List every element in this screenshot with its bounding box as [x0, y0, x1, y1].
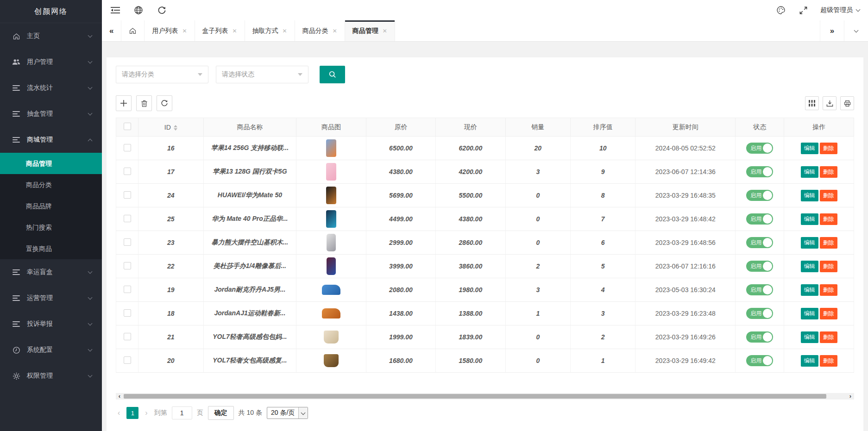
scrollbar-thumb[interactable] — [124, 394, 826, 399]
delete-button[interactable]: 删除 — [820, 143, 837, 154]
edit-button[interactable]: 编辑 — [801, 166, 818, 178]
current-page-button[interactable]: 1 — [126, 407, 138, 419]
delete-button[interactable]: 删除 — [820, 308, 837, 319]
row-checkbox[interactable] — [124, 215, 131, 222]
status-toggle[interactable]: 启用 — [746, 166, 773, 177]
edit-button[interactable]: 编辑 — [801, 284, 818, 296]
edit-button[interactable]: 编辑 — [801, 143, 818, 154]
tabs-scroll-right-button[interactable]: » — [820, 20, 844, 41]
tab-product-mgmt[interactable]: 商品管理✕ — [345, 20, 395, 41]
globe-icon[interactable] — [133, 5, 144, 15]
columns-filter-button[interactable] — [805, 96, 819, 110]
close-icon[interactable]: ✕ — [182, 28, 187, 34]
edit-button[interactable]: 编辑 — [801, 331, 818, 343]
horizontal-scrollbar[interactable]: ‹ › — [116, 393, 854, 400]
sidebar-subitem-product-mgmt[interactable]: 商品管理 — [0, 153, 102, 174]
scroll-left-arrow[interactable]: ‹ — [116, 393, 123, 400]
prev-page-button[interactable]: ‹ — [116, 409, 122, 417]
close-icon[interactable]: ✕ — [383, 28, 387, 34]
sidebar-item-permissions[interactable]: 权限管理 — [0, 363, 102, 389]
close-icon[interactable]: ✕ — [233, 28, 237, 34]
row-checkbox[interactable] — [124, 238, 131, 246]
row-checkbox[interactable] — [124, 286, 131, 293]
status-toggle[interactable]: 启用 — [746, 355, 773, 366]
select-all-checkbox[interactable] — [124, 123, 131, 130]
sidebar-item-flow-stats[interactable]: 流水统计 — [0, 75, 102, 101]
row-checkbox[interactable] — [124, 191, 131, 199]
status-toggle[interactable]: 启用 — [746, 308, 773, 319]
per-page-select[interactable]: 20 条/页 — [267, 407, 308, 419]
edit-button[interactable]: 编辑 — [801, 355, 818, 367]
delete-button[interactable]: 删除 — [820, 213, 837, 225]
row-checkbox[interactable] — [124, 262, 131, 269]
row-checkbox[interactable] — [124, 168, 131, 175]
sidebar-item-box-mgmt[interactable]: 抽盒管理 — [0, 101, 102, 127]
delete-button[interactable]: 删除 — [820, 284, 837, 296]
tab-home[interactable] — [121, 20, 145, 41]
header-id[interactable]: ID — [138, 118, 203, 137]
theme-palette-icon[interactable] — [776, 5, 786, 15]
row-checkbox[interactable] — [124, 309, 131, 317]
sidebar-subitem-product-brand[interactable]: 商品品牌 — [0, 195, 102, 217]
tab-box-list[interactable]: 盒子列表✕ — [195, 20, 245, 41]
edit-button[interactable]: 编辑 — [801, 213, 818, 225]
delete-button[interactable]: 删除 — [820, 166, 837, 178]
sidebar-subitem-product-category[interactable]: 商品分类 — [0, 174, 102, 195]
refresh-icon[interactable] — [157, 5, 167, 15]
sidebar-item-lucky-box[interactable]: 幸运盲盒 — [0, 259, 102, 285]
page-number-input[interactable] — [172, 406, 192, 419]
row-checkbox[interactable] — [124, 333, 131, 340]
status-select[interactable]: 请选择状态 — [216, 66, 308, 83]
sidebar-item-users[interactable]: 用户管理 — [0, 49, 102, 75]
print-button[interactable] — [840, 96, 854, 110]
tab-draw-method[interactable]: 抽取方式✕ — [245, 20, 295, 41]
chevron-down-icon — [88, 33, 93, 38]
add-button[interactable] — [116, 95, 132, 111]
sidebar-item-system-config[interactable]: 系统配置 — [0, 337, 102, 363]
edit-button[interactable]: 编辑 — [801, 261, 818, 272]
status-toggle[interactable]: 启用 — [746, 331, 773, 343]
sort-icon[interactable] — [174, 125, 177, 131]
search-button[interactable] — [320, 66, 345, 83]
sidebar-subitem-exchange-product[interactable]: 置换商品 — [0, 238, 102, 259]
row-checkbox[interactable] — [124, 356, 131, 364]
fullscreen-icon[interactable] — [798, 5, 808, 15]
scroll-right-arrow[interactable]: › — [847, 393, 854, 400]
status-toggle[interactable]: 启用 — [746, 190, 773, 201]
status-toggle[interactable]: 启用 — [746, 261, 773, 272]
sidebar-item-mall-mgmt[interactable]: 商城管理 — [0, 127, 102, 153]
tab-user-list[interactable]: 用户列表✕ — [145, 20, 195, 41]
cell-price-original: 1438.00 — [366, 302, 435, 325]
export-button[interactable] — [823, 96, 837, 110]
collapse-sidebar-icon[interactable] — [110, 5, 120, 15]
delete-button[interactable]: 删除 — [820, 355, 837, 367]
close-icon[interactable]: ✕ — [333, 28, 337, 34]
category-select[interactable]: 请选择分类 — [116, 66, 208, 83]
delete-button[interactable]: 删除 — [820, 190, 837, 201]
status-toggle[interactable]: 启用 — [746, 237, 773, 248]
next-page-button[interactable]: › — [143, 409, 149, 417]
sidebar-subitem-hot-search[interactable]: 热门搜索 — [0, 217, 102, 238]
row-checkbox[interactable] — [124, 144, 131, 151]
confirm-page-button[interactable]: 确定 — [208, 406, 234, 420]
sidebar-item-complaints[interactable]: 投诉举报 — [0, 311, 102, 337]
sidebar-item-home[interactable]: 主页 — [0, 23, 102, 49]
delete-button[interactable]: 删除 — [820, 237, 837, 249]
sidebar-item-operations[interactable]: 运营管理 — [0, 285, 102, 311]
chevron-down-icon — [88, 295, 93, 300]
tabs-menu-button[interactable] — [844, 20, 868, 41]
status-toggle[interactable]: 启用 — [746, 284, 773, 295]
edit-button[interactable]: 编辑 — [801, 190, 818, 201]
edit-button[interactable]: 编辑 — [801, 237, 818, 249]
delete-button[interactable]: 删除 — [820, 331, 837, 343]
status-toggle[interactable]: 启用 — [746, 213, 773, 225]
tabs-scroll-left-button[interactable]: « — [102, 20, 121, 41]
delete-button[interactable]: 删除 — [820, 261, 837, 272]
status-toggle[interactable]: 启用 — [746, 143, 773, 154]
close-icon[interactable]: ✕ — [283, 28, 287, 34]
batch-delete-button[interactable] — [136, 95, 152, 111]
tab-product-category[interactable]: 商品分类✕ — [295, 20, 345, 41]
user-menu[interactable]: 超级管理员 — [820, 6, 860, 14]
refresh-table-button[interactable] — [157, 95, 172, 111]
edit-button[interactable]: 编辑 — [801, 308, 818, 319]
